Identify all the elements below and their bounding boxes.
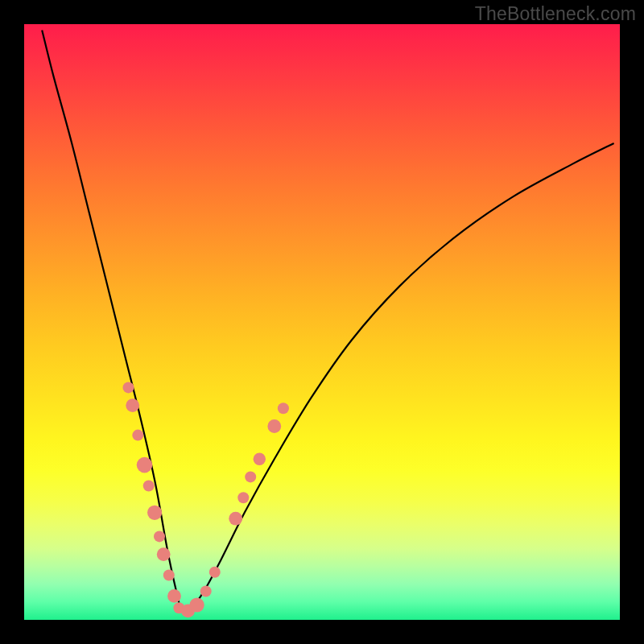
watermark-text: TheBottleneck.com [475, 3, 636, 25]
scatter-dot [237, 492, 249, 503]
scatter-dot [190, 597, 204, 612]
scatter-dot [157, 547, 171, 561]
scatter-dot [143, 481, 155, 492]
scatter-dot [245, 471, 256, 482]
scatter-dot [267, 419, 281, 433]
scatter-dot [154, 530, 165, 542]
scatter-dot [163, 570, 175, 581]
scatter-dot [209, 567, 221, 578]
scatter-dot [126, 398, 139, 412]
scatter-dot [200, 586, 212, 597]
scatter-dot [229, 512, 242, 526]
chart-frame: TheBottleneck.com [0, 0, 644, 644]
scatter-dot [278, 402, 289, 414]
scatter-dot [132, 430, 143, 441]
scatter-dot [137, 457, 153, 473]
curve-svg [24, 24, 620, 620]
scatter-dot [147, 506, 162, 520]
plot-area [24, 24, 620, 620]
scatter-dots [123, 382, 289, 617]
bottleneck-curve [42, 30, 613, 612]
scatter-dot [254, 453, 266, 465]
scatter-dot [123, 382, 134, 393]
scatter-dot [167, 589, 181, 603]
